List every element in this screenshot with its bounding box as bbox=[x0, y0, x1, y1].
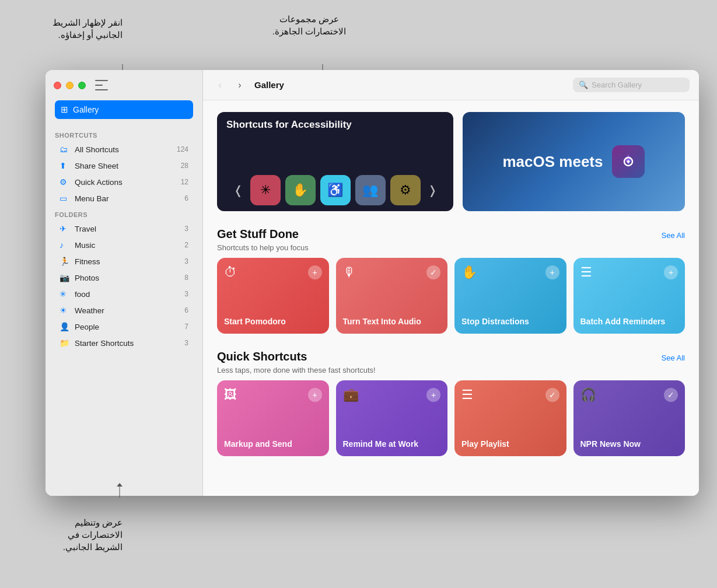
card-title: NPR News Now bbox=[580, 439, 678, 449]
shortcut-card-stop-distractions[interactable]: ✋ + Stop Distractions bbox=[454, 258, 566, 334]
hero-macos-card[interactable]: macOS meets bbox=[463, 112, 685, 211]
gallery-icon: ⊞ bbox=[61, 104, 68, 115]
sidebar-folder-icon: 🏃 bbox=[60, 257, 71, 266]
back-button[interactable]: ‹ bbox=[212, 78, 228, 93]
sidebar-folder-count: 8 bbox=[184, 274, 188, 282]
quick-shortcuts-subtitle: Less taps, more done with these fast sho… bbox=[217, 366, 685, 374]
sidebar-shortcut-icon: 🗂 bbox=[60, 145, 71, 154]
sidebar-shortcut-label: Share Sheet bbox=[75, 162, 181, 170]
main-toolbar: ‹ › Gallery 🔍 bbox=[203, 70, 699, 100]
card-top: ✋ + bbox=[461, 265, 559, 280]
card-icon: 💼 bbox=[343, 387, 359, 402]
sidebar-folder-icon: ✳ bbox=[60, 289, 71, 299]
main-window: ⊞ Gallery Shortcuts 🗂 All Shortcuts 124 … bbox=[46, 70, 699, 496]
sidebar-folder-label: People bbox=[75, 323, 184, 331]
sidebar-folder-fitness[interactable]: 🏃 Fitness 3 bbox=[50, 253, 198, 270]
card-icon: ✋ bbox=[461, 265, 477, 280]
acc-icon-3: ♿ bbox=[320, 175, 351, 205]
acc-icon-4: 👥 bbox=[355, 175, 386, 205]
card-title: Start Pomodoro bbox=[224, 317, 322, 327]
sidebar-shortcut-label: All Shortcuts bbox=[75, 145, 177, 154]
sidebar-folder-starter-shortcuts[interactable]: 📁 Starter Shortcuts 3 bbox=[50, 335, 198, 351]
shortcut-card-start-pomodoro[interactable]: ⏱ + Start Pomodoro bbox=[217, 258, 329, 334]
card-top: ☰ ✓ bbox=[461, 387, 559, 402]
quick-shortcuts-cards: 🖼 + Markup and Send 💼 + Remind Me at Wor… bbox=[217, 380, 685, 456]
sidebar-folder-icon: 📁 bbox=[60, 338, 71, 348]
card-icon: 🖼 bbox=[224, 387, 237, 402]
card-top: 🎧 ✓ bbox=[580, 387, 678, 402]
card-top: 🖼 + bbox=[224, 387, 322, 402]
shortcuts-logo bbox=[612, 145, 645, 178]
sidebar-shortcut-count: 124 bbox=[177, 145, 188, 153]
sidebar-item-gallery[interactable]: ⊞ Gallery bbox=[55, 100, 193, 119]
maximize-button[interactable] bbox=[78, 82, 86, 89]
minimize-button[interactable] bbox=[66, 82, 74, 89]
sidebar-folder-icon: ♪ bbox=[60, 240, 71, 250]
close-button[interactable] bbox=[54, 82, 61, 89]
quick-shortcuts-title: Quick Shortcuts bbox=[217, 350, 307, 363]
shortcut-card-markup-and-send[interactable]: 🖼 + Markup and Send bbox=[217, 380, 329, 456]
quick-shortcuts-see-all[interactable]: See All bbox=[662, 354, 685, 362]
card-top: ⏱ + bbox=[224, 265, 322, 280]
sidebar-shortcut-quick-actions[interactable]: ⚙ Quick Actions 12 bbox=[50, 174, 198, 190]
sidebar-shortcut-icon: ⬆ bbox=[60, 161, 71, 170]
sidebar-folder-food[interactable]: ✳ food 3 bbox=[50, 286, 198, 302]
card-icon: ⏱ bbox=[224, 265, 237, 280]
get-stuff-done-section: Get Stuff Done See All Shortcuts to help… bbox=[217, 228, 685, 334]
sidebar-shortcut-icon: ⚙ bbox=[60, 177, 71, 187]
search-input[interactable] bbox=[592, 80, 684, 89]
sidebar-folder-count: 7 bbox=[184, 323, 188, 331]
sidebar-folder-travel[interactable]: ✈ Travel 3 bbox=[50, 220, 198, 237]
card-action: + bbox=[664, 265, 678, 279]
accessibility-icons: ❬ ✳ ✋ ♿ 👥 ⚙ ❭ bbox=[217, 169, 453, 211]
sidebar-folder-count: 6 bbox=[184, 306, 188, 314]
sidebar-folder-label: Music bbox=[75, 241, 184, 250]
shortcut-card-remind-me-at-work[interactable]: 💼 + Remind Me at Work bbox=[336, 380, 448, 456]
sidebar-shortcut-menu-bar[interactable]: ▭ Menu Bar 6 bbox=[50, 190, 198, 206]
sidebar-folder-icon: 📷 bbox=[60, 273, 71, 282]
sidebar-folder-photos[interactable]: 📷 Photos 8 bbox=[50, 270, 198, 286]
card-title: Turn Text Into Audio bbox=[343, 317, 441, 327]
sidebar: ⊞ Gallery Shortcuts 🗂 All Shortcuts 124 … bbox=[46, 70, 203, 496]
card-top: ☰ + bbox=[580, 265, 678, 280]
sidebar-folder-icon: 👤 bbox=[60, 322, 71, 331]
sidebar-folder-count: 2 bbox=[184, 241, 188, 249]
get-stuff-done-header: Get Stuff Done See All bbox=[217, 228, 685, 241]
annotation-sidebar-toggle: انقر لإظهار الشريط الجانبي أو إخفاؤه. bbox=[18, 16, 123, 41]
sidebar-folder-count: 3 bbox=[184, 225, 188, 233]
quick-shortcuts-header: Quick Shortcuts See All bbox=[217, 350, 685, 363]
card-action: + bbox=[308, 388, 322, 402]
sidebar-folder-music[interactable]: ♪ Music 2 bbox=[50, 237, 198, 253]
sidebar-shortcut-all-shortcuts[interactable]: 🗂 All Shortcuts 124 bbox=[50, 141, 198, 158]
hero-accessibility-card[interactable]: Shortcuts for Accessibility ❬ ✳ ✋ ♿ 👥 bbox=[217, 112, 453, 211]
sidebar-folder-label: food bbox=[75, 290, 184, 299]
card-icon: ☰ bbox=[461, 387, 473, 402]
sidebar-folder-weather[interactable]: ☀ Weather 6 bbox=[50, 302, 198, 318]
shortcuts-section-label: Shortcuts bbox=[46, 127, 202, 141]
chevron-left-icon: ‹ bbox=[218, 80, 221, 90]
forward-button[interactable]: › bbox=[232, 78, 247, 93]
card-title: Batch Add Reminders bbox=[580, 317, 678, 327]
search-icon: 🔍 bbox=[579, 80, 588, 89]
shortcut-card-batch-add-reminders[interactable]: ☰ + Batch Add Reminders bbox=[573, 258, 685, 334]
annotation-sidebar-organize: عرض وتنظيم الاختصارات في الشريط الجانبي. bbox=[18, 516, 123, 553]
sidebar-folder-label: Travel bbox=[75, 225, 184, 233]
card-top: 💼 + bbox=[343, 387, 441, 402]
card-title: Remind Me at Work bbox=[343, 439, 441, 449]
accessibility-title: Shortcuts for Accessibility bbox=[226, 119, 352, 131]
titlebar bbox=[46, 70, 202, 100]
get-stuff-done-see-all[interactable]: See All bbox=[662, 231, 685, 240]
shortcut-card-turn-text-into-audio[interactable]: 🎙 ✓ Turn Text Into Audio bbox=[336, 258, 448, 334]
shortcut-card-play-playlist[interactable]: ☰ ✓ Play Playlist bbox=[454, 380, 566, 456]
sidebar-shortcut-count: 28 bbox=[181, 162, 188, 170]
gallery-scroll[interactable]: Shortcuts for Accessibility ❬ ✳ ✋ ♿ 👥 bbox=[203, 100, 699, 496]
sidebar-shortcut-share-sheet[interactable]: ⬆ Share Sheet 28 bbox=[50, 158, 198, 174]
search-bar[interactable]: 🔍 bbox=[573, 78, 690, 92]
sidebar-shortcut-label: Menu Bar bbox=[75, 194, 184, 203]
shortcut-card-npr-news-now[interactable]: 🎧 ✓ NPR News Now bbox=[573, 380, 685, 456]
sidebar-toggle-button[interactable] bbox=[95, 80, 108, 90]
sidebar-folder-people[interactable]: 👤 People 7 bbox=[50, 318, 198, 335]
sidebar-folder-label: Weather bbox=[75, 306, 184, 315]
card-action: + bbox=[426, 388, 440, 402]
sidebar-folder-count: 3 bbox=[184, 290, 188, 298]
